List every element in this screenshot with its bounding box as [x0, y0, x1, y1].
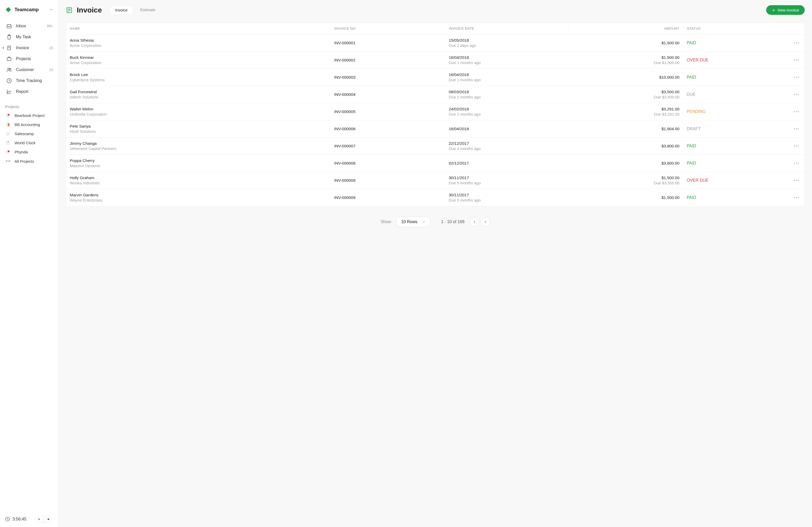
brand[interactable]: Teamcamp	[0, 0, 58, 18]
row-menu-button[interactable]: •••	[789, 161, 804, 166]
page-nav	[470, 217, 490, 227]
svg-marker-10	[39, 518, 40, 520]
cell-amount: $3,291.00Due $3,291.00	[568, 107, 683, 116]
status-badge: PAID	[687, 41, 696, 45]
col-name: NAME	[66, 27, 331, 30]
row-menu-button[interactable]: •••	[789, 41, 804, 45]
timer-stop-button[interactable]	[44, 516, 53, 522]
project-item[interactable]: World Clock	[0, 138, 58, 147]
nav-label: Inbox	[16, 24, 47, 28]
topbar: Invoice InvoiceEstimate New Invoice	[66, 5, 805, 15]
tab-estimate[interactable]: Estimate	[135, 5, 161, 15]
cell-invoice-no: INV-000004	[331, 92, 445, 97]
cell-invoice-no: INV-000006	[331, 127, 445, 131]
cell-name: Pete SariyaHooli Solutions	[66, 124, 331, 133]
status-badge: PAID	[687, 195, 696, 200]
svg-rect-5	[7, 58, 11, 61]
row-menu-button[interactable]: •••	[789, 195, 804, 200]
svg-rect-11	[48, 518, 49, 520]
nav-label: Time Tracking	[16, 79, 53, 83]
users-icon	[6, 67, 12, 72]
clock-icon	[6, 78, 12, 83]
row-menu-button[interactable]: •••	[789, 58, 804, 62]
cell-status: DUE	[683, 92, 789, 97]
timer-play-button[interactable]	[35, 516, 44, 522]
cell-name: Holly GrahamWonka Industries	[66, 175, 331, 185]
nav-item-projects[interactable]: Projects	[0, 53, 58, 64]
table-row[interactable]: Holly GrahamWonka IndustriesINV-00000930…	[66, 172, 804, 189]
project-item[interactable]: Phynda	[0, 147, 58, 156]
table-row[interactable]: Marvin GardensWayne EnterprisesINV-00000…	[66, 189, 804, 206]
nav-item-report[interactable]: Report	[0, 86, 58, 97]
table-row[interactable]: Jimmy ChangaVehement Capital PartnersINV…	[66, 138, 804, 155]
cell-invoice-no: INV-000005	[331, 109, 445, 114]
tab-invoice[interactable]: Invoice	[110, 5, 133, 15]
next-page-button[interactable]	[481, 217, 490, 227]
row-menu-button[interactable]: •••	[789, 109, 804, 114]
new-invoice-button[interactable]: New Invoice	[766, 5, 805, 15]
cell-status: PAID	[683, 161, 789, 166]
chevron-down-icon[interactable]	[49, 8, 53, 12]
row-menu-button[interactable]: •••	[789, 178, 804, 183]
row-menu-button[interactable]: •••	[789, 144, 804, 148]
nav-item-invoice[interactable]: Invoice15	[0, 42, 58, 53]
cell-invoice-no: INV-000009	[331, 195, 445, 200]
project-item[interactable]: Salescamp	[0, 129, 58, 138]
cell-amount: $1,500.00	[568, 195, 683, 200]
svg-point-7	[10, 68, 11, 70]
chevron-down-icon	[422, 220, 426, 224]
cell-amount: $3,500.00Due $2,500.00	[568, 89, 683, 99]
cell-date: 16/04/2018	[445, 127, 568, 131]
cell-status: DRAFT	[683, 127, 789, 131]
status-badge: DUE	[687, 92, 696, 97]
row-menu-button[interactable]: •••	[789, 92, 804, 97]
cell-amount: $1,904.00	[568, 127, 683, 131]
table-row[interactable]: Anna SthesiaAcme CorporationINV-00000115…	[66, 34, 804, 52]
pagination: Show 10 Rows 1 - 10 of 168	[66, 206, 805, 232]
cell-amount: $3,800.00	[568, 144, 683, 148]
nav-item-my-task[interactable]: My Task	[0, 31, 58, 42]
project-label: BB Accounting	[15, 123, 40, 127]
status-badge: DRAFT	[687, 127, 701, 131]
brand-logo-icon	[5, 6, 12, 13]
cell-status: PENDING	[683, 109, 789, 114]
cell-status: PAID	[683, 41, 789, 45]
table-row[interactable]: Pete SariyaHooli SolutionsINV-00000616/0…	[66, 120, 804, 138]
prev-page-button[interactable]	[470, 217, 479, 227]
table-row[interactable]: Walter MelonUmbrella CorporationINV-0000…	[66, 103, 804, 120]
cell-amount: $1,500.00Due $1,500.00	[568, 55, 683, 65]
sidebar: Teamcamp Inbox99+My TaskInvoice15Project…	[0, 0, 59, 527]
cell-invoice-no: INV-000001	[331, 41, 445, 45]
col-invoice-date: INVOICE DATE	[445, 27, 568, 30]
cell-date: 02/12/2017	[445, 161, 568, 166]
row-menu-button[interactable]: •••	[789, 75, 804, 80]
nav-item-customer[interactable]: Customer15	[0, 64, 58, 75]
brand-name: Teamcamp	[15, 7, 49, 13]
clipboard-icon	[6, 34, 12, 40]
nav-label: Projects	[16, 57, 53, 61]
invoice-page-icon	[66, 7, 73, 14]
project-item[interactable]: Bearbook Project	[0, 111, 58, 120]
project-label: Salescamp	[15, 131, 34, 136]
status-badge: PENDING	[687, 109, 706, 114]
cell-status: OVER DUE	[683, 58, 789, 62]
nav-item-inbox[interactable]: Inbox99+	[0, 20, 58, 31]
nav-badge: 15	[49, 68, 53, 72]
table-row[interactable]: Brock LeeCyberdyne SystemsINV-00000316/0…	[66, 69, 804, 86]
table-row[interactable]: Poppa CherryMassive DynamicINV-00000802/…	[66, 155, 804, 172]
rows-per-page-select[interactable]: 10 Rows	[396, 217, 431, 227]
table-row[interactable]: Gail ForcewindInitech SolutionsINV-00000…	[66, 86, 804, 103]
file-icon	[6, 45, 12, 51]
cell-amount: $1,500.00Due $3,555.00	[568, 175, 683, 185]
nav-label: My Task	[16, 34, 53, 39]
row-menu-button[interactable]: •••	[789, 127, 804, 131]
clock-icon	[5, 517, 10, 522]
all-projects-item[interactable]: ••• All Projects	[0, 156, 58, 166]
main-content: Invoice InvoiceEstimate New Invoice NAME…	[59, 0, 812, 527]
project-label: Bearbook Project	[15, 113, 44, 118]
table-row[interactable]: Buck KinnearAcme CorporationINV-00000216…	[66, 52, 804, 69]
project-progress-icon	[6, 114, 10, 118]
show-label: Show	[380, 219, 391, 224]
nav-item-time-tracking[interactable]: Time Tracking	[0, 75, 58, 86]
project-item[interactable]: BB Accounting	[0, 120, 58, 129]
